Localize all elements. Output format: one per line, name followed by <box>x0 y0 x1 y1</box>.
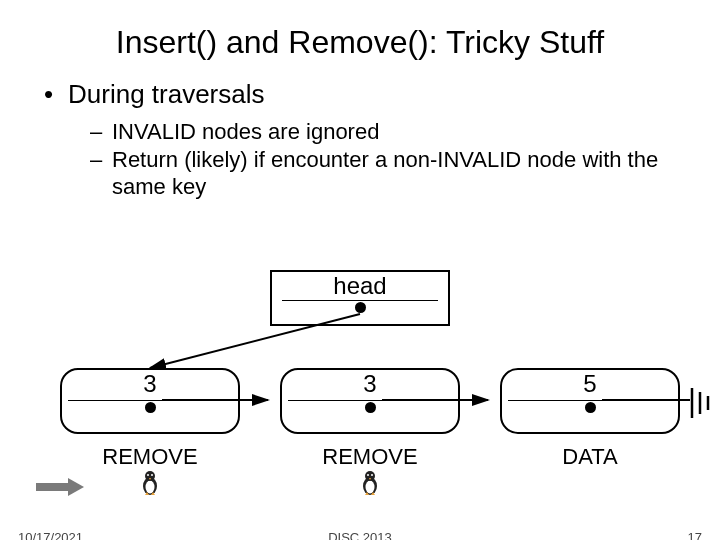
list-node: 3 <box>60 368 240 434</box>
head-node: head <box>270 270 450 326</box>
head-pointer-dot <box>355 302 366 313</box>
list-node: 5 <box>500 368 680 434</box>
bullet-sub-2: Return (likely) if encounter a non-INVAL… <box>40 146 680 201</box>
node-state: REMOVE <box>280 444 460 470</box>
node-pointer-dot <box>145 402 156 413</box>
null-terminator-icon <box>688 388 716 422</box>
svg-point-13 <box>371 474 373 476</box>
node-key: 3 <box>62 370 238 398</box>
footer-venue: DISC 2013 <box>0 530 720 540</box>
svg-point-8 <box>151 474 153 476</box>
svg-point-12 <box>367 474 369 476</box>
bullet-main: During traversals <box>40 79 680 110</box>
node-pointer-dot <box>365 402 376 413</box>
node-key: 3 <box>282 370 458 398</box>
node-key: 5 <box>502 370 678 398</box>
svg-rect-14 <box>36 483 68 491</box>
node-pointer-dot <box>585 402 596 413</box>
current-position-arrow-icon <box>36 478 84 500</box>
linked-list-diagram: head 3 3 5 REMOVE REMOVE DATA <box>0 270 720 480</box>
footer-page-number: 17 <box>688 530 702 540</box>
node-state: DATA <box>500 444 680 470</box>
svg-point-5 <box>146 481 155 494</box>
slide-title: Insert() and Remove(): Tricky Stuff <box>0 0 720 61</box>
head-label: head <box>272 272 448 300</box>
penguin-icon <box>280 470 460 500</box>
penguin-icon <box>60 470 240 500</box>
bullet-sub-1: INVALID nodes are ignored <box>40 118 680 146</box>
list-node: 3 <box>280 368 460 434</box>
slide-body: During traversals INVALID nodes are igno… <box>0 61 720 201</box>
svg-point-7 <box>147 474 149 476</box>
node-state: REMOVE <box>60 444 240 470</box>
svg-point-10 <box>366 481 375 494</box>
